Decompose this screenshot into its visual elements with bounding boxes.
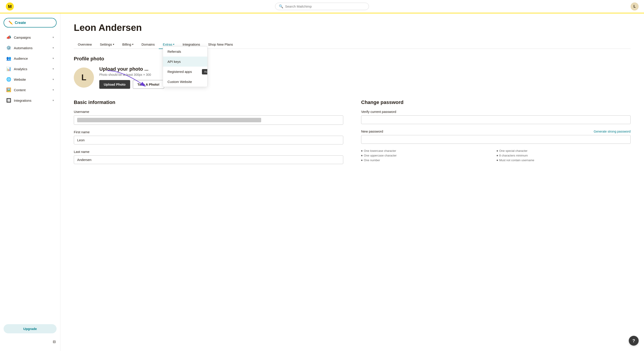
chevron-down-icon: ▾ [52, 46, 54, 50]
hint-dot [361, 160, 362, 161]
photo-actions: Upload Photo Take A Photo! [99, 80, 164, 89]
change-password-column: Change password Verify current password … [361, 100, 630, 170]
change-password-title: Change password [361, 100, 404, 105]
collapse-sidebar[interactable]: ⊟ [0, 337, 60, 346]
website-icon: 🌐 [6, 77, 11, 82]
dropdown-item-referrals[interactable]: Referrals [163, 46, 207, 56]
help-button[interactable]: ? [629, 336, 639, 346]
tab-settings[interactable]: Settings ▾ [96, 40, 118, 48]
audience-icon: 👥 [6, 56, 11, 61]
upgrade-button[interactable]: Upgrade [4, 324, 56, 333]
dropdown-item-api-keys[interactable]: API keys [163, 56, 207, 66]
tab-extras[interactable]: Extras ▾ Referrals API keys Registered a… [159, 40, 179, 48]
change-password-header: Change password [361, 100, 630, 105]
chevron-down-icon: ▾ [52, 88, 54, 92]
firstname-input[interactable] [74, 136, 343, 144]
sidebar-item-label: Automations [14, 46, 32, 50]
verify-password-label: Verify current password [361, 110, 630, 114]
sidebar-item-label: Website [14, 78, 26, 82]
search-icon: 🔍 [279, 4, 283, 8]
lastname-label: Last name [74, 150, 343, 154]
avatar: L [74, 68, 94, 88]
sidebar-item-content[interactable]: 🖼️ Content ▾ [2, 85, 58, 95]
username-field-group: Username [74, 110, 343, 125]
sidebar-item-automations[interactable]: ⚙️ Automations ▾ [2, 43, 58, 53]
sidebar-item-label: Integrations [14, 98, 31, 102]
chevron-down-icon: ▾ [132, 43, 134, 46]
firstname-field-group: First name [74, 130, 343, 144]
hint-dot [361, 155, 362, 156]
generate-strong-password-link[interactable]: Generate strong password [594, 130, 630, 133]
chevron-down-icon: ▾ [173, 43, 174, 46]
create-button[interactable]: ✏️ Create [4, 18, 56, 28]
tab-shop-new-plans[interactable]: Shop New Plans [204, 40, 237, 48]
two-col-section: Basic information Username First name La… [74, 100, 630, 170]
sidebar-item-integrations[interactable]: 🔲 Integrations ▾ [2, 95, 58, 106]
tab-overview[interactable]: Overview [74, 40, 96, 48]
tab-domains[interactable]: Domains [138, 40, 159, 48]
upload-description: Photo should be at least 300px × 300 [99, 73, 164, 76]
automations-icon: ⚙️ [6, 46, 11, 50]
content-icon: 🖼️ [6, 88, 11, 92]
sidebar-item-label: Content [14, 88, 26, 92]
tab-billing[interactable]: Billing ▾ [118, 40, 138, 48]
lastname-input[interactable] [74, 156, 343, 164]
hint-dot [497, 150, 498, 152]
photo-info: Upload your photo ... Photo should be at… [99, 66, 164, 89]
hint-special: One special character [497, 149, 631, 152]
username-value [77, 118, 261, 122]
hint-dot [497, 155, 498, 156]
hint-number: One number [361, 158, 495, 162]
sidebar-item-label: Analytics [14, 67, 27, 71]
hint-no-username: Must not contain username [497, 158, 631, 162]
chevron-down-icon: ▾ [52, 36, 54, 39]
sidebar-item-audience[interactable]: 👥 Audience ▾ [2, 53, 58, 64]
hint-dot [361, 150, 362, 152]
page-title: Leon Andersen [74, 22, 630, 33]
sidebar-item-campaigns[interactable]: 📣 Campaigns ▾ [2, 32, 58, 42]
mailchimp-logo[interactable]: M [5, 2, 14, 11]
layout: ✏️ Create 📣 Campaigns ▾ ⚙️ Automations ▾ [0, 14, 644, 351]
profile-photo-section: Profile photo L Upload your photo ... Ph… [74, 56, 630, 89]
sidebar-nav: 📣 Campaigns ▾ ⚙️ Automations ▾ 👥 Audienc… [0, 32, 60, 320]
sidebar: ✏️ Create 📣 Campaigns ▾ ⚙️ Automations ▾ [0, 14, 60, 351]
avatar[interactable]: L [630, 2, 639, 10]
upload-photo-button[interactable]: Upload Photo [99, 80, 130, 89]
svg-text:M: M [8, 4, 12, 9]
sidebar-item-analytics[interactable]: 📊 Analytics ▾ [2, 64, 58, 74]
extras-tab-label[interactable]: Extras ▾ [163, 42, 175, 46]
profile-photo-row: L Upload your photo ... Photo should be … [74, 66, 630, 89]
new-password-input[interactable] [361, 135, 630, 144]
chevron-down-icon: ▾ [52, 57, 54, 60]
chevron-down-icon: ▾ [52, 99, 54, 102]
dropdown-item-custom-website[interactable]: Custom Website [163, 77, 207, 87]
tab-navigation: Overview Settings ▾ Billing ▾ Domains Ex… [74, 40, 630, 49]
password-hints: One lowercase character One special char… [361, 149, 630, 162]
chevron-down-icon: ▾ [52, 67, 54, 70]
campaigns-icon: 📣 [6, 35, 11, 40]
sidebar-item-website[interactable]: 🌐 Website ▾ [2, 74, 58, 84]
new-password-label: New password [361, 130, 383, 133]
hint-dot [497, 160, 498, 161]
main-content: Leon Andersen Overview Settings ▾ Billin… [60, 14, 644, 351]
analytics-icon: 📊 [6, 66, 11, 71]
basic-info-column: Basic information Username First name La… [74, 100, 343, 170]
chevron-down-icon: ▾ [52, 78, 54, 81]
firstname-label: First name [74, 130, 343, 134]
extras-dropdown-menu: Referrals API keys Registered apps Accou… [163, 46, 208, 87]
search-bar[interactable]: 🔍 [275, 3, 369, 10]
verify-password-input[interactable] [361, 115, 630, 124]
create-label: Create [15, 21, 26, 25]
new-password-group: New password Generate strong password [361, 130, 630, 144]
basic-info-title: Basic information [74, 100, 343, 105]
hint-lowercase: One lowercase character [361, 149, 495, 152]
username-input-wrapper[interactable] [74, 115, 343, 125]
sidebar-item-label: Audience [14, 56, 28, 60]
dropdown-item-registered-apps[interactable]: Registered apps Account Extras Menu [163, 66, 207, 77]
topbar: M 🔍 L [0, 0, 644, 14]
sidebar-item-label: Campaigns [14, 36, 31, 39]
take-photo-button[interactable]: Take A Photo! [133, 80, 164, 89]
lastname-field-group: Last name [74, 150, 343, 164]
pencil-icon: ✏️ [8, 20, 13, 25]
search-input[interactable] [285, 4, 365, 8]
